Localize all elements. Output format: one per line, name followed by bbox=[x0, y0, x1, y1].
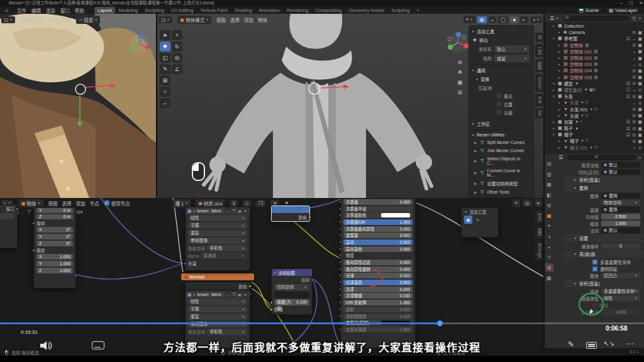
editor-type-button[interactable]: ◳▼ bbox=[158, 16, 172, 23]
node-editor-side-tab[interactable]: 节点 bbox=[535, 211, 543, 224]
workspace-tab[interactable]: Scripting bbox=[388, 7, 413, 14]
visibility-eye-icon[interactable]: ⌄ bbox=[632, 100, 636, 106]
menu-item[interactable]: 编辑 bbox=[30, 7, 43, 14]
outliner-row[interactable]: ▸ ◆ Camera ⊙ ▣ bbox=[545, 29, 644, 35]
rotation-field[interactable]: X0° bbox=[36, 227, 73, 233]
active-tool-panel-header[interactable]: ▼活动工具 bbox=[469, 27, 533, 36]
affect-only-checkbox[interactable]: 原点 bbox=[469, 92, 533, 100]
properties-tab[interactable]: ▥ bbox=[545, 170, 553, 178]
volume-interpolation-dropdown[interactable]: 线性▼ bbox=[601, 295, 640, 301]
rotation-field[interactable]: Z0° bbox=[36, 241, 73, 246]
viewport-menu-item[interactable]: 选择 bbox=[230, 16, 240, 23]
bsdf-property-row[interactable]: 次表面IOR1.400 bbox=[341, 219, 415, 226]
node-menu-item[interactable]: 节点 bbox=[90, 200, 99, 207]
progress-scrubber[interactable] bbox=[437, 321, 443, 326]
render-camera-icon[interactable]: ▣ bbox=[638, 30, 642, 35]
general-panel-header[interactable]: ▼通用 bbox=[469, 66, 533, 75]
render-camera-icon[interactable]: ▣ bbox=[638, 106, 642, 112]
properties-tab[interactable]: ◧ bbox=[545, 191, 553, 199]
normal-field[interactable]: 默认 bbox=[601, 228, 640, 233]
transform-panel-header[interactable]: ▼变换 bbox=[469, 75, 533, 84]
bsdf-property-row[interactable]: IOR 折射率1.450 bbox=[341, 299, 415, 306]
outliner-row[interactable]: ▸ ▼ 帽子 ✦ ▽ ⊙ ▣ bbox=[545, 138, 644, 144]
collection-checkbox[interactable]: ☑ bbox=[626, 126, 630, 131]
properties-tab[interactable]: ◑ bbox=[545, 233, 553, 241]
workspace-tab[interactable]: + bbox=[413, 7, 422, 14]
annotate-tool-icon[interactable]: ✎ bbox=[474, 216, 482, 224]
bsdf-property-row[interactable]: 自发光强度1.000 bbox=[341, 326, 415, 333]
tool-button[interactable]: ∠ bbox=[172, 64, 182, 74]
workspace-panel-header[interactable]: ▼工作区 bbox=[469, 119, 533, 128]
uv-map-field[interactable] bbox=[274, 292, 309, 298]
normal-output-socket[interactable] bbox=[311, 278, 314, 282]
render-camera-icon[interactable]: ▣ bbox=[638, 80, 642, 86]
bezier-utility-item[interactable]: ▶▽Convert Curve to M... bbox=[469, 167, 533, 178]
workspace-tab[interactable]: Rendering bbox=[284, 7, 312, 14]
open-icon[interactable]: ▤ bbox=[237, 292, 242, 297]
close-icon[interactable]: ✕ bbox=[243, 208, 248, 214]
snap-magnet-icon[interactable]: ⌖▼ bbox=[464, 16, 475, 23]
overlays-icon[interactable]: ◎ bbox=[523, 199, 532, 207]
bsdf-property-row[interactable]: 糙度 bbox=[341, 253, 415, 260]
node-menu-item[interactable]: 添加 bbox=[76, 200, 86, 207]
step-rate-field[interactable]: 1.000 bbox=[601, 309, 640, 315]
properties-options-caret[interactable]: ▼ bbox=[638, 156, 641, 160]
tool-button[interactable]: ➤ bbox=[160, 30, 170, 40]
bsdf-property-row[interactable]: 高光0.500 bbox=[341, 239, 415, 246]
n-panel-tab[interactable]: Screen bbox=[535, 74, 543, 92]
properties-context-icon[interactable]: ☰ bbox=[556, 154, 565, 161]
shader-node-editor[interactable]: ◐▼ ▣ 物体▼ 视图选择添加节点 ✓使用节点 槽 1▼ ◉ 材质.004 3 … bbox=[0, 198, 543, 348]
properties-tab[interactable]: ✦ bbox=[545, 222, 553, 230]
pan-icon[interactable]: ✥ bbox=[457, 69, 462, 75]
visibility-eye-icon[interactable]: ⊙ bbox=[632, 80, 636, 86]
properties-tab[interactable]: ◉ bbox=[545, 263, 553, 272]
outliner-row[interactable]: ▸ ▦ Collection bbox=[545, 23, 644, 29]
color-output-socket[interactable] bbox=[308, 216, 311, 219]
blender-logo-icon[interactable]: 🜂 bbox=[4, 7, 9, 13]
properties-tab[interactable]: ▤ bbox=[545, 160, 553, 168]
image-setting-dropdown[interactable]: 平展▼ bbox=[188, 306, 247, 312]
color-input-socket[interactable] bbox=[270, 308, 273, 311]
object-eyedropper-field[interactable]: ✎ bbox=[0, 213, 14, 219]
properties-tab[interactable]: ▣ bbox=[545, 212, 553, 220]
menu-item[interactable]: 窗口 bbox=[58, 7, 72, 14]
viewlayer-selector[interactable]: ▦ ViewLayer bbox=[606, 7, 640, 13]
fake-user-icon[interactable]: ◇ bbox=[243, 200, 252, 207]
viewport-menu-item[interactable]: 物体 bbox=[258, 16, 267, 23]
scale-slider[interactable]: 1.000 bbox=[601, 221, 640, 226]
outliner-row[interactable]: ▾ ▦ 参考图 ☑ ⌄ ▣ bbox=[545, 35, 644, 41]
tool-button[interactable]: ⌣ bbox=[160, 98, 170, 108]
outliner-display-mode[interactable]: ☰▼ bbox=[547, 15, 561, 22]
outliner-row[interactable]: ▸ ▦ 衣服 ▼ ☾ ☑ ⊙ ▣ bbox=[545, 119, 644, 125]
n-panel-tab[interactable]: 工具 bbox=[535, 44, 543, 57]
volume-collapsed-header[interactable]: ▼体积(音量) bbox=[564, 176, 643, 184]
outliner-row[interactable]: ▾ ▦ 头发 ☑ ⊙ ▣ bbox=[545, 93, 644, 99]
viewport-menu-item[interactable]: 物体 bbox=[62, 16, 71, 23]
fake-user-icon[interactable]: ◇ bbox=[225, 292, 230, 297]
copy-material-icon[interactable]: ❐ bbox=[256, 200, 265, 207]
viewport-main[interactable]: ◳▼ ▣ 物体模式▼ 视图选择添加物体 ⌖▼ ◍ ◒ ◯ ● ◐ ◑▼ ➤+✚↻… bbox=[157, 14, 543, 198]
surface-checkbox[interactable]: ✓透明阴影 bbox=[553, 265, 644, 272]
workspace-tab[interactable]: Modeling bbox=[116, 7, 141, 14]
orientation-dropdown[interactable]: ⊸ 局部▼ bbox=[76, 16, 100, 24]
outliner-row[interactable]: ▾ ▦ 模型 ▼ ☑ ⊙ ▣ bbox=[545, 80, 644, 87]
image-setting-dropdown[interactable]: 平展▼ bbox=[188, 222, 247, 229]
render-camera-icon[interactable]: ▣ bbox=[638, 100, 642, 106]
height-field[interactable]: 置换 bbox=[601, 207, 640, 212]
mapping-output-socket[interactable] bbox=[74, 274, 77, 277]
visibility-eye-icon[interactable]: ⊙ bbox=[632, 74, 636, 80]
visibility-eye-icon[interactable]: ⌄ bbox=[632, 55, 636, 61]
visibility-eye-icon[interactable]: ⊙ bbox=[632, 112, 636, 118]
outliner-row[interactable]: ▸ ▦ 模型备份 ▼ ▦4 ☐ ⌄ ▣ bbox=[545, 87, 644, 93]
viewport-menu-item[interactable]: 视图 bbox=[20, 16, 30, 23]
tool-button[interactable]: ◎ bbox=[172, 53, 182, 63]
visibility-eye-icon[interactable]: ⊙ bbox=[632, 42, 636, 48]
node-menu-item[interactable]: 视图 bbox=[48, 200, 58, 207]
bsdf-property-row[interactable]: 金属度0.000 bbox=[341, 232, 415, 239]
scale-field[interactable]: X1.000 bbox=[36, 254, 73, 260]
visibility-eye-icon[interactable]: ⌄ bbox=[632, 36, 636, 41]
close-button[interactable]: ✕ bbox=[640, 0, 643, 6]
bsdf-property-row[interactable]: 次表面各向异性0.000 bbox=[341, 226, 415, 233]
render-camera-icon[interactable]: ▣ bbox=[638, 94, 642, 99]
outliner-row[interactable]: ▸ ▨ 空物体.001 ▨ ⌄ ▣ bbox=[545, 48, 644, 55]
